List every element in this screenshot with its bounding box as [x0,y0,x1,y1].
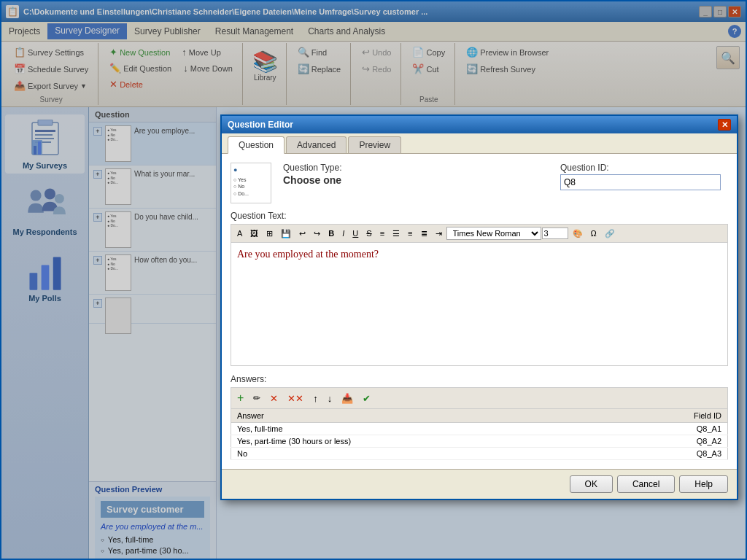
question-text-area[interactable]: Are you employed at the moment? [231,242,728,366]
dialog-tabs: Question Advanced Preview [222,133,737,154]
question-text-label: Question Text: [231,211,728,221]
check-answers-button[interactable]: ✔ [359,392,374,405]
answers-label: Answers: [231,374,728,384]
question-id-input[interactable] [560,174,721,190]
add-answer-button[interactable]: + [233,390,247,406]
answer-cell: Yes, full-time [231,423,609,435]
question-editor-dialog: Question Editor ✕ Question Advanced Prev… [220,114,738,500]
question-id-group: Question ID: [560,163,728,190]
redo-editor-button[interactable]: ↪ [310,228,324,240]
question-type-label: Question Type: [283,163,549,173]
indent-button[interactable]: ⇥ [432,228,446,240]
answer-cell: Yes, part-time (30 hours or less) [231,435,609,448]
editor-toolbar: A 🖼 ⊞ 💾 ↩ ↪ B I U S ≡ ☰ ≡ ≣ ⇥ Times New … [231,224,728,242]
font-selector[interactable]: Times New Roman Arial Verdana [446,227,541,240]
question-type-group: Question Type: Choose one [283,163,549,186]
align-center-button[interactable]: ☰ [389,228,403,240]
delete-answer-button[interactable]: ✕ [266,392,282,405]
fieldid-cell: Q8_A3 [608,448,727,460]
answer-row[interactable]: Yes, full-time Q8_A1 [231,423,728,435]
help-footer-button[interactable]: Help [679,475,728,493]
question-type-icon: ● ○ Yes ○ No ○ Do... [231,163,271,203]
align-right-button[interactable]: ≡ [404,228,416,239]
answers-table: Answer Field ID Yes, full-time Q8_A1 Yes… [231,408,728,460]
font-size-input[interactable] [542,228,568,239]
answer-row[interactable]: No Q8_A3 [231,448,728,460]
dialog-title-bar: Question Editor ✕ [222,116,737,133]
save-button[interactable]: 💾 [277,228,295,240]
move-answer-up-button[interactable]: ↑ [309,392,322,405]
question-id-label: Question ID: [560,163,728,173]
strikethrough-button[interactable]: S [363,228,375,239]
delete-all-answers-button[interactable]: ✕✕ [284,392,307,405]
special-char-button[interactable]: Ω [587,228,600,239]
answer-row[interactable]: Yes, part-time (30 hours or less) Q8_A2 [231,435,728,448]
tab-preview[interactable]: Preview [348,136,401,153]
ok-button[interactable]: OK [570,475,613,493]
type-row: ● ○ Yes ○ No ○ Do... Question Type: Choo… [231,163,728,203]
edit-answer-button[interactable]: ✏ [249,392,264,405]
italic-button[interactable]: I [338,228,348,239]
move-answer-down-button[interactable]: ↓ [324,392,336,405]
undo-editor-button[interactable]: ↩ [295,228,309,240]
fieldid-cell: Q8_A1 [608,423,727,435]
tab-question[interactable]: Question [228,136,285,154]
underline-button[interactable]: U [349,228,362,239]
dialog-body: ● ○ Yes ○ No ○ Do... Question Type: Choo… [222,154,737,469]
answers-toolbar: + ✏ ✕ ✕✕ ↑ ↓ 📥 ✔ [231,387,728,408]
insert-table-button[interactable]: ⊞ [263,228,276,240]
cancel-button[interactable]: Cancel [617,475,675,493]
justify-button[interactable]: ≣ [417,228,431,240]
question-type-value: Choose one [283,174,549,186]
import-answers-button[interactable]: 📥 [338,392,357,405]
align-left-button[interactable]: ≡ [376,228,388,239]
color-picker-button[interactable]: 🎨 [569,228,587,240]
insert-link-button[interactable]: 🔗 [601,228,619,240]
app-window: 📋 C:\Dokumente und Einstellungen\Christi… [0,0,747,560]
bold-button[interactable]: B [325,228,338,239]
fieldid-column-header: Field ID [608,409,727,423]
dialog-title-text: Question Editor [228,120,718,130]
format-color-button[interactable]: A [233,228,246,239]
dialog-close-button[interactable]: ✕ [718,119,731,131]
fieldid-cell: Q8_A2 [608,435,727,448]
dialog-footer: OK Cancel Help [222,469,737,499]
answer-cell: No [231,448,609,460]
insert-image-button[interactable]: 🖼 [247,228,262,239]
answer-column-header: Answer [231,409,609,423]
tab-advanced[interactable]: Advanced [286,136,347,153]
